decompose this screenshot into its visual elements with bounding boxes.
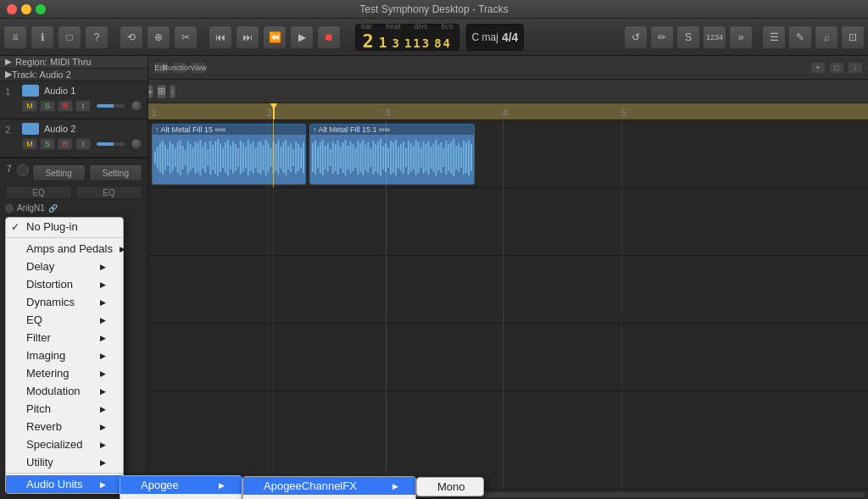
region-2-label: ↑ Alt Metal Fill 15.1 ∞∞ — [310, 125, 474, 135]
svg-rect-72 — [337, 141, 339, 175]
bcs-num: 84 — [434, 36, 452, 50]
menu-filter[interactable]: Filter — [6, 329, 123, 347]
track-2-volume[interactable] — [97, 142, 125, 146]
forward-button[interactable]: ⏭ — [236, 25, 259, 49]
menu-modulation[interactable]: Modulation — [6, 382, 123, 400]
svg-rect-14 — [187, 141, 189, 175]
info-button[interactable]: ℹ — [31, 25, 54, 49]
functions-btn[interactable]: Functions — [172, 62, 187, 74]
track-1-knob[interactable] — [131, 100, 142, 112]
add-track-list[interactable]: ⊞ — [157, 85, 166, 98]
svg-rect-112 — [437, 145, 439, 170]
plugin-link-icon: 🔗 — [48, 204, 58, 213]
svg-rect-110 — [433, 143, 435, 172]
expand-button[interactable]: » — [729, 25, 753, 49]
svg-rect-116 — [448, 144, 449, 171]
submenu-apogee[interactable]: Apogee ApogeeChannelFX Mono — [120, 476, 242, 494]
beat-line-2-3 — [503, 120, 504, 489]
audio-region-1[interactable]: ↑ Alt Metal Fill 15 ∞∞ — [152, 124, 306, 185]
record-button[interactable]: ⏺ — [317, 25, 341, 49]
svg-rect-77 — [350, 141, 352, 174]
pencil-button[interactable]: ✏ — [650, 25, 674, 49]
menu-eq[interactable]: EQ — [6, 311, 123, 329]
share-button[interactable]: ⊡ — [841, 25, 865, 49]
svg-rect-103 — [415, 140, 417, 175]
menu-no-plugin[interactable]: No Plug-in — [6, 218, 123, 236]
help-button[interactable]: ? — [85, 25, 108, 49]
apogee-channel-fx[interactable]: ApogeeChannelFX Mono — [243, 477, 415, 495]
track-down-btn[interactable]: ↓ — [848, 62, 863, 74]
track-1-solo[interactable]: S — [40, 100, 55, 112]
track-2-input[interactable]: I — [75, 138, 91, 150]
audio-region-2[interactable]: ↑ Alt Metal Fill 15.1 ∞∞ — [309, 124, 475, 185]
menu-audio-units[interactable]: Audio Units Apogee ApogeeChannelFX — [6, 475, 123, 493]
eq-btn-2[interactable]: EQ — [75, 186, 142, 199]
track-scroll-down[interactable]: ↓ — [170, 85, 175, 98]
svg-rect-125 — [470, 144, 472, 171]
setting-btn-2[interactable]: Setting — [89, 164, 142, 181]
list-button[interactable]: ☰ — [762, 25, 786, 49]
setting-btn-1[interactable]: Setting — [32, 164, 86, 181]
track-1-mute[interactable]: M — [22, 100, 37, 112]
find-button[interactable]: ⌕ — [815, 25, 838, 49]
svg-rect-40 — [253, 141, 254, 174]
menu-amps[interactable]: Amps and Pedals — [6, 240, 123, 258]
rewind-button[interactable]: ⏮ — [209, 25, 232, 49]
menu-delay[interactable]: Delay — [6, 258, 123, 275]
cycle-button[interactable]: ↺ — [624, 25, 648, 49]
play-button[interactable]: ▶ — [290, 25, 314, 49]
maximize-button[interactable] — [36, 4, 46, 14]
svg-rect-32 — [232, 141, 234, 174]
inspector-button[interactable]: □ — [58, 25, 81, 49]
go-start-button[interactable]: ⏪ — [263, 25, 287, 49]
minimize-button[interactable] — [21, 4, 31, 14]
edit-button[interactable]: ✎ — [788, 25, 812, 49]
svg-rect-65 — [320, 142, 321, 173]
undo-button[interactable]: ⟲ — [120, 25, 143, 49]
track-2-knob[interactable] — [131, 138, 142, 150]
s-button[interactable]: S — [676, 25, 700, 49]
add-track-plus[interactable]: + — [148, 85, 153, 98]
toolbar-right: ↺ ✏ S 1234 » ☰ ✎ ⌕ ⊡ — [624, 25, 865, 49]
close-button[interactable] — [7, 4, 17, 14]
plugin-slot[interactable]: AnlgN1 🔗 — [0, 201, 147, 215]
menu-specialized[interactable]: Specialized — [6, 435, 123, 453]
track-2-solo[interactable]: S — [40, 138, 55, 150]
mono-option[interactable]: Mono — [417, 478, 483, 496]
window-controls[interactable] — [7, 4, 46, 14]
track-header: ▶ Track: Audio 2 — [0, 69, 147, 81]
svg-rect-104 — [418, 142, 420, 173]
track-1-rec[interactable]: R — [58, 100, 73, 112]
beat-line-2-2 — [386, 120, 387, 489]
view-btn[interactable]: View — [191, 62, 206, 74]
svg-rect-66 — [322, 140, 324, 175]
menu-utility[interactable]: Utility — [6, 453, 123, 471]
track-options-btn[interactable]: □ — [829, 62, 844, 74]
add-track-btn[interactable]: + — [810, 62, 826, 74]
menu-metering[interactable]: Metering — [6, 364, 123, 382]
menu-button[interactable]: ≡ — [3, 25, 27, 49]
cut-button[interactable]: ✂ — [174, 25, 198, 49]
menu-reverb[interactable]: Reverb — [6, 418, 123, 435]
track-2-rec[interactable]: R — [58, 138, 73, 150]
volume-knob-small[interactable] — [17, 164, 29, 176]
menu-imaging[interactable]: Imaging — [6, 347, 123, 364]
waveform-2 — [310, 136, 474, 179]
count-button[interactable]: 1234 — [703, 25, 726, 49]
svg-rect-79 — [354, 147, 356, 168]
svg-rect-62 — [312, 143, 314, 172]
apogee-clearmountain[interactable]: Clearmountain's Spaces — [243, 495, 415, 499]
eq-btn-1[interactable]: EQ — [5, 186, 72, 199]
track-2-mute[interactable]: M — [22, 138, 37, 150]
menu-pitch[interactable]: Pitch — [6, 400, 123, 418]
track-1-volume[interactable] — [97, 104, 125, 108]
menu-distortion[interactable]: Distortion — [6, 275, 123, 293]
svg-rect-43 — [260, 141, 262, 175]
track-1-input[interactable]: I — [75, 100, 91, 112]
submenu-apple[interactable]: Apple — [120, 494, 242, 499]
svg-rect-4 — [162, 141, 164, 175]
svg-rect-15 — [190, 144, 192, 171]
settings-button[interactable]: ⊕ — [147, 25, 170, 49]
menu-dynamics[interactable]: Dynamics — [6, 293, 123, 311]
svg-rect-47 — [270, 148, 271, 167]
